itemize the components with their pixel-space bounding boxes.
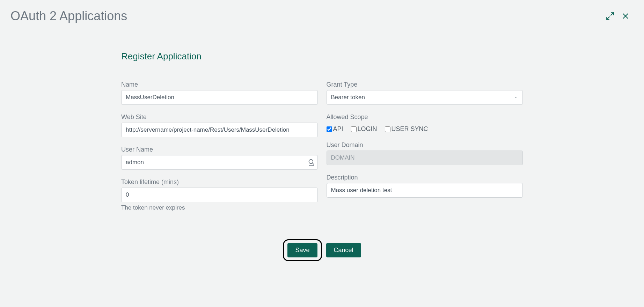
scope-api[interactable]: API <box>327 125 343 133</box>
user-domain-label: User Domain <box>327 141 523 149</box>
web-site-label: Web Site <box>121 114 318 121</box>
description-input[interactable] <box>327 183 523 198</box>
grant-type-select[interactable]: Bearer token <box>327 90 523 105</box>
svg-line-1 <box>607 17 609 20</box>
expand-icon[interactable] <box>606 12 615 21</box>
cancel-button[interactable]: Cancel <box>326 243 361 257</box>
scope-login-label: LOGIN <box>358 125 377 133</box>
page-title: OAuth 2 Applications <box>10 9 127 23</box>
token-lifetime-input[interactable] <box>121 188 318 202</box>
scope-api-checkbox[interactable] <box>327 126 332 132</box>
user-domain-readonly: DOMAIN <box>327 151 523 165</box>
grant-type-value: Bearer token <box>331 90 365 104</box>
search-icon[interactable] <box>308 159 315 166</box>
token-lifetime-helper: The token never expires <box>121 204 318 211</box>
section-title: Register Application <box>121 51 523 62</box>
scope-login[interactable]: LOGIN <box>351 125 377 133</box>
header-icons <box>606 12 634 21</box>
token-lifetime-label: Token lifetime (mins) <box>121 178 318 186</box>
user-name-input[interactable] <box>121 155 318 170</box>
register-application-form: Register Application Name Web Site User … <box>121 51 523 261</box>
svg-line-0 <box>611 13 614 15</box>
page-header: OAuth 2 Applications <box>10 9 634 30</box>
grant-type-label: Grant Type <box>327 81 523 88</box>
scope-user-sync[interactable]: USER SYNC <box>385 125 428 133</box>
user-name-label: User Name <box>121 146 318 153</box>
svg-line-5 <box>312 163 314 165</box>
name-input[interactable] <box>121 90 318 105</box>
scope-api-label: API <box>333 125 343 133</box>
scope-login-checkbox[interactable] <box>351 126 357 132</box>
scope-user-sync-label: USER SYNC <box>391 125 428 133</box>
name-label: Name <box>121 81 318 88</box>
close-icon[interactable] <box>621 12 630 21</box>
allowed-scope-label: Allowed Scope <box>327 114 523 121</box>
web-site-input[interactable] <box>121 123 318 137</box>
scope-user-sync-checkbox[interactable] <box>385 126 390 132</box>
chevron-down-icon <box>513 95 518 100</box>
button-row: Save Cancel <box>121 239 523 261</box>
save-button-highlight: Save <box>283 239 322 261</box>
save-button[interactable]: Save <box>287 243 317 257</box>
description-label: Description <box>327 174 523 181</box>
